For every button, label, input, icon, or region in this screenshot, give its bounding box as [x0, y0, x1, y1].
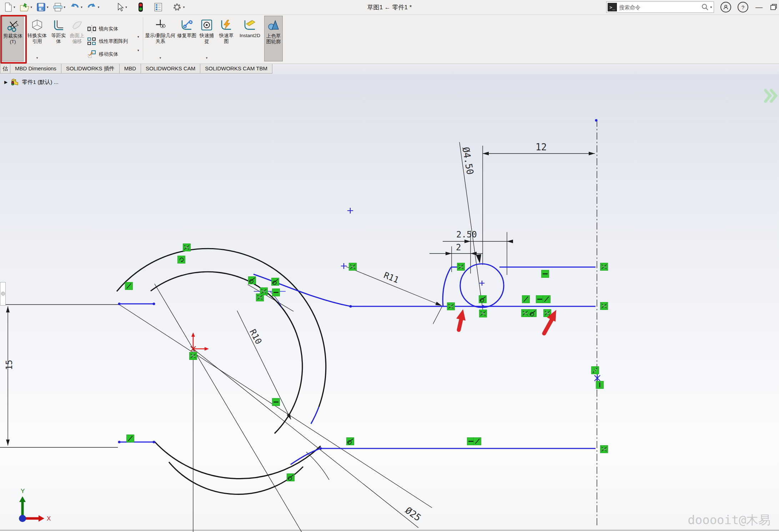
dropdown-arrow-icon[interactable]: ▾ — [206, 56, 208, 61]
dim-r10: R10 — [248, 328, 264, 346]
dropdown-arrow-icon[interactable]: ▾ — [183, 5, 185, 9]
relation-midpoint — [591, 366, 599, 374]
sketch-endpoints[interactable] — [118, 119, 598, 450]
dropdown-arrow-icon[interactable]: ▾ — [160, 56, 161, 61]
axis-x-label: X — [47, 515, 51, 522]
select-cursor-icon — [116, 2, 124, 12]
offset-entities-label: 等距实体 — [50, 33, 67, 45]
relation-parallel — [473, 437, 481, 445]
feature-tree-root[interactable]: ▶ 零件1 (默认) ... — [4, 78, 59, 86]
dropdown-arrow-icon[interactable]: ▾ — [98, 5, 100, 9]
user-account-icon[interactable] — [720, 2, 731, 12]
command-search[interactable]: >_ ▾ — [606, 1, 714, 13]
solidworks-window: 12 Ø4.50 2.50 2 R11 R10 Ø25 15 — [0, 0, 779, 532]
relation-parallel — [126, 435, 134, 442]
redo-button[interactable]: ▾ — [86, 2, 101, 12]
help-icon[interactable]: ? — [738, 2, 748, 12]
surface-offset-button: 曲面上偏移 — [69, 16, 86, 61]
shaded-sketch-contours-button[interactable]: 上色草图轮廓 — [264, 16, 283, 61]
repair-wrench-icon — [181, 17, 193, 32]
shaded-contours-label: 上色草图轮廓 — [265, 33, 282, 45]
move-dropdown-arrow[interactable]: ▾ — [136, 49, 139, 52]
redo-icon — [87, 2, 97, 12]
quick-access-toolbar: ▾ ▾ ▾ ▾ ▾ ▾ ▾ ▾ — [3, 1, 188, 13]
sketch-entities-blue[interactable] — [119, 264, 595, 465]
dropdown-arrow-icon[interactable]: ▾ — [14, 5, 15, 9]
coordinate-triad: Y X — [19, 488, 51, 522]
rapid-sketch-button[interactable]: 快速草图 — [217, 16, 236, 61]
relation-horizontal — [272, 398, 280, 406]
move-entities-button[interactable]: 移动实体 — [87, 50, 118, 59]
relation-coincident — [349, 263, 357, 271]
tab-mbd[interactable]: MBD — [119, 64, 141, 74]
dropdown-arrow-icon[interactable]: ▾ — [36, 56, 38, 61]
save-button[interactable]: ▾ — [35, 2, 50, 12]
print-button[interactable]: ▾ — [52, 2, 67, 12]
dimension-texts[interactable]: 12 Ø4.50 2.50 2 R11 R10 Ø25 15 — [4, 142, 547, 523]
relation-horizontal — [272, 288, 280, 296]
part-root-label[interactable]: 零件1 (默认) ... — [22, 79, 58, 86]
sketch-origin[interactable] — [191, 332, 209, 351]
relation-coincident — [521, 309, 529, 317]
rapid-sketch-lightning-icon — [220, 17, 232, 32]
relation-parallel — [522, 295, 530, 303]
ribbon-separator — [143, 17, 143, 60]
open-folder-icon — [20, 2, 30, 12]
tab-solidworks-cam[interactable]: SOLIDWORKS CAM — [141, 64, 200, 74]
display-delete-relations-button[interactable]: 显示/删除几何关系 ▾ — [145, 16, 176, 61]
options-button[interactable]: ▾ — [171, 1, 186, 13]
search-input[interactable] — [617, 4, 701, 10]
confirmation-corner-icon[interactable] — [765, 90, 776, 101]
command-manager-ribbon: 剪裁实体(T) 转换实体引用 ▾ 等距实体 曲面上偏移 镜向实体 线性草图阵列 … — [0, 14, 779, 64]
new-document-button[interactable]: ▾ — [3, 2, 16, 12]
left-panel-tab[interactable] — [0, 282, 6, 306]
search-icon[interactable] — [701, 3, 709, 11]
move-entities-icon — [87, 50, 96, 59]
repair-sketch-label: 修复草图 — [177, 33, 196, 39]
quick-snaps-button[interactable]: 快速捕捉 ▾ — [198, 16, 216, 61]
instant2d-button[interactable]: Instant2D — [237, 16, 263, 61]
linear-pattern-button[interactable]: 线性草图阵列 — [87, 37, 128, 46]
tab-solidworks-addins[interactable]: SOLIDWORKS 插件 — [61, 64, 120, 74]
relation-coincident — [600, 263, 608, 271]
tab-evaluate-partial[interactable]: 估 — [0, 64, 10, 74]
dim-12: 12 — [536, 142, 547, 152]
trim-scissors-icon — [6, 18, 19, 33]
command-terminal-icon[interactable]: >_ — [608, 3, 617, 11]
minimize-button[interactable]: — — [755, 3, 763, 11]
linear-pattern-label: 线性草图阵列 — [99, 38, 128, 45]
mirror-entities-button[interactable]: 镜向实体 — [87, 25, 118, 33]
dropdown-arrow-icon[interactable]: ▾ — [81, 5, 82, 9]
dropdown-arrow-icon[interactable]: ▾ — [47, 5, 49, 9]
trim-entities-button[interactable]: 剪裁实体(T) — [2, 16, 24, 61]
interference-check-button[interactable] — [137, 1, 145, 13]
dropdown-arrow-icon[interactable]: ▾ — [125, 5, 127, 9]
relation-icons[interactable] — [125, 244, 608, 481]
open-button[interactable]: ▾ — [19, 2, 34, 12]
tree-expander-icon[interactable]: ▶ — [4, 80, 7, 85]
offset-entities-button[interactable]: 等距实体 — [50, 16, 67, 61]
search-dropdown-icon[interactable]: ▾ — [710, 5, 712, 9]
part-icon — [10, 78, 19, 86]
relation-tangent — [479, 295, 487, 303]
tab-mbd-dimensions[interactable]: MBD Dimensions — [10, 64, 61, 74]
rapid-sketch-label: 快速草图 — [217, 33, 236, 45]
instant2d-label: Instant2D — [240, 33, 260, 39]
dropdown-arrow-icon[interactable]: ▾ — [64, 5, 66, 9]
relation-tangent — [529, 309, 537, 317]
repair-sketch-button[interactable]: 修复草图 — [177, 16, 196, 61]
tab-solidworks-cam-tbm[interactable]: SOLIDWORKS CAM TBM — [200, 64, 272, 74]
restore-window-button[interactable] — [770, 3, 778, 11]
convert-entities-button[interactable]: 转换实体引用 ▾ — [26, 16, 49, 61]
trim-entities-label: 剪裁实体(T) — [2, 33, 23, 45]
convert-entities-icon — [31, 17, 43, 32]
sketch-canvas[interactable]: 12 Ø4.50 2.50 2 R11 R10 Ø25 15 — [0, 0, 779, 532]
view-settings-button[interactable] — [152, 2, 164, 12]
relation-coincident — [600, 445, 608, 453]
dim-2: 2 — [456, 242, 461, 252]
undo-button[interactable]: ▾ — [69, 2, 84, 12]
select-button[interactable]: ▾ — [115, 2, 128, 12]
surface-offset-icon — [71, 17, 83, 32]
dropdown-arrow-icon[interactable]: ▾ — [31, 5, 32, 9]
pattern-dropdown-arrow[interactable]: ▾ — [136, 35, 139, 39]
